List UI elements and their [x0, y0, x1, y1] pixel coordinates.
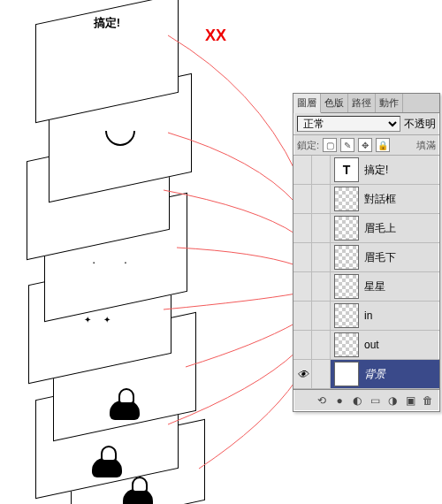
layer-row[interactable]: out	[293, 331, 439, 360]
folder-icon[interactable]: ▭	[367, 393, 383, 409]
layer-name[interactable]: 眉毛下	[362, 250, 439, 265]
layer-name[interactable]: 對話框	[362, 192, 439, 207]
tab-layers[interactable]: 圖層	[293, 94, 321, 113]
layer-thumb[interactable]	[334, 245, 359, 270]
tab-paths[interactable]: 路徑	[348, 94, 376, 112]
blend-mode-select[interactable]: 正常	[297, 116, 400, 132]
annotation-xx: XX	[205, 27, 226, 45]
layer-thumb[interactable]	[334, 332, 359, 357]
layer-row[interactable]: in	[293, 302, 439, 331]
layer-name[interactable]: 背景	[362, 367, 439, 382]
visibility-toggle[interactable]	[293, 272, 312, 301]
opacity-label: 不透明	[404, 117, 436, 132]
link-column[interactable]	[312, 272, 331, 301]
layer-row[interactable]: 眉毛上	[293, 214, 439, 243]
visibility-toggle[interactable]	[293, 331, 312, 359]
layers-panel: 圖層 色版 路徑 動作 正常 不透明 鎖定: ▢ ✎ ✥ 🔒 填滿 T搞定!對話…	[293, 93, 440, 412]
layer-name[interactable]: 星星	[362, 279, 439, 294]
lock-move-icon[interactable]: ✥	[358, 138, 372, 152]
visibility-toggle[interactable]	[293, 156, 312, 184]
layer-name[interactable]: 搞定!	[362, 163, 439, 178]
lock-transparency-icon[interactable]: ▢	[323, 138, 337, 152]
layer-thumb[interactable]: T	[334, 157, 359, 182]
stack-card-text: 搞定!	[35, 0, 179, 123]
visibility-toggle[interactable]: 👁	[293, 360, 312, 388]
panel-tabs: 圖層 色版 路徑 動作	[293, 94, 439, 113]
mask-icon[interactable]: ◐	[349, 393, 365, 409]
adjust-icon[interactable]: ◑	[385, 393, 400, 409]
link-column[interactable]	[312, 302, 331, 330]
link-column[interactable]	[312, 156, 331, 184]
layer-row[interactable]: 對話框	[293, 185, 439, 214]
layer-name[interactable]: out	[362, 339, 439, 351]
fx-icon[interactable]: ●	[332, 393, 347, 409]
link-column[interactable]	[312, 243, 331, 271]
layer-thumb[interactable]	[334, 303, 359, 328]
link-column[interactable]	[312, 360, 331, 388]
visibility-toggle[interactable]	[293, 185, 312, 213]
tab-channels[interactable]: 色版	[321, 94, 348, 112]
lock-label: 鎖定:	[297, 139, 319, 152]
panel-footer: ⟲ ● ◐ ▭ ◑ ▣ 🗑	[293, 389, 439, 411]
visibility-toggle[interactable]	[293, 214, 312, 242]
layer-name[interactable]: 眉毛上	[362, 221, 439, 236]
visibility-toggle[interactable]	[293, 243, 312, 271]
link-icon[interactable]: ⟲	[314, 393, 330, 409]
visibility-toggle[interactable]	[293, 302, 312, 330]
layer-thumb[interactable]	[334, 274, 359, 299]
lock-all-icon[interactable]: 🔒	[376, 138, 390, 152]
layer-name[interactable]: in	[362, 309, 439, 322]
layer-thumb[interactable]	[334, 187, 359, 211]
link-column[interactable]	[312, 185, 331, 213]
link-column[interactable]	[312, 214, 331, 242]
layer-row[interactable]: 👁背景	[293, 360, 439, 389]
trash-icon[interactable]: 🗑	[420, 393, 436, 409]
fill-label: 填滿	[416, 139, 436, 152]
link-column[interactable]	[312, 331, 331, 359]
layer-row[interactable]: 星星	[293, 272, 439, 302]
layer-row[interactable]: T搞定!	[293, 156, 439, 185]
layer-thumb[interactable]	[334, 362, 359, 386]
new-layer-icon[interactable]: ▣	[402, 393, 418, 409]
lock-paint-icon[interactable]: ✎	[340, 138, 354, 152]
layer-list: T搞定!對話框眉毛上眉毛下星星inout👁背景	[293, 156, 439, 389]
layer-thumb[interactable]	[334, 216, 359, 241]
layer-row[interactable]: 眉毛下	[293, 243, 439, 272]
tab-actions[interactable]: 動作	[376, 94, 403, 112]
